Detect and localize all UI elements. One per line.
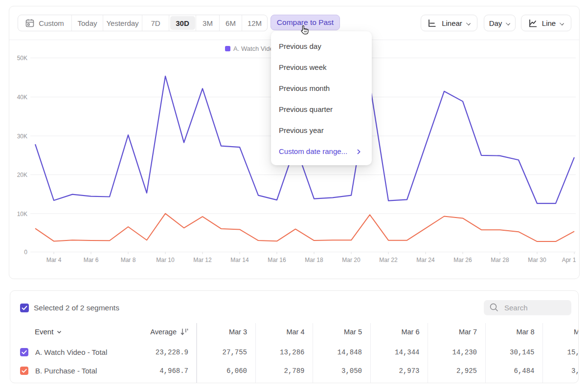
svg-text:Mar 22: Mar 22: [379, 257, 398, 263]
svg-text:Mar 18: Mar 18: [305, 257, 323, 263]
svg-text:Mar 14: Mar 14: [230, 257, 249, 263]
svg-text:Mar 4: Mar 4: [46, 257, 62, 263]
svg-text:50K: 50K: [17, 55, 27, 62]
svg-text:Mar 30: Mar 30: [528, 257, 546, 263]
svg-text:Apr 1: Apr 1: [562, 257, 576, 263]
svg-text:10K: 10K: [17, 211, 27, 218]
svg-text:Mar 20: Mar 20: [342, 257, 361, 263]
svg-text:Mar 8: Mar 8: [121, 257, 136, 263]
svg-text:30K: 30K: [17, 133, 27, 140]
svg-text:Mar 10: Mar 10: [156, 257, 175, 263]
svg-text:Mar 24: Mar 24: [416, 257, 435, 263]
svg-text:Mar 26: Mar 26: [453, 257, 472, 263]
svg-text:Mar 28: Mar 28: [491, 257, 509, 263]
svg-text:40K: 40K: [17, 94, 27, 101]
svg-text:20K: 20K: [17, 172, 27, 178]
svg-text:Mar 6: Mar 6: [84, 257, 99, 263]
svg-text:Mar 16: Mar 16: [268, 257, 286, 263]
svg-text:0: 0: [24, 249, 27, 256]
svg-text:Mar 12: Mar 12: [193, 257, 212, 263]
